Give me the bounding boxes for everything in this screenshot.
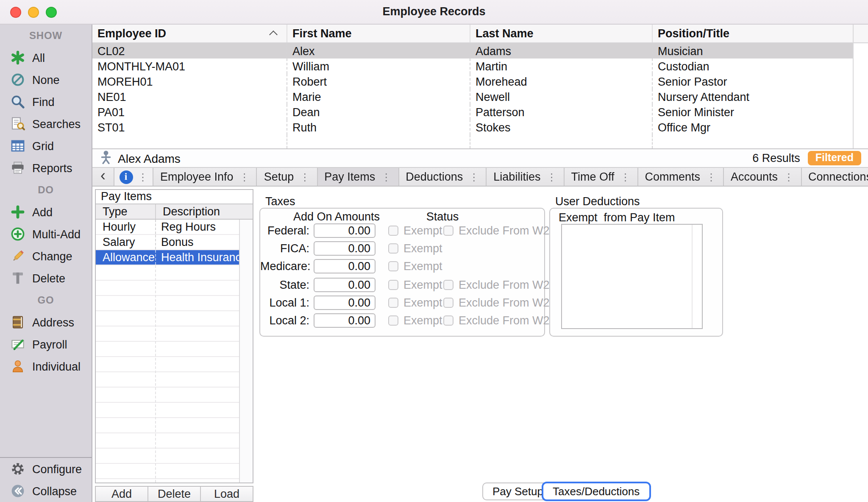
tab-label: Deductions <box>406 170 463 183</box>
local-1-exclude-from-w2-checkbox[interactable] <box>443 298 453 308</box>
pay-item-row[interactable]: Salary Bonus <box>96 235 239 250</box>
sidebar-item-none[interactable]: None <box>0 69 92 91</box>
column-header-last-name[interactable]: Last Name <box>470 25 653 42</box>
cell-last-name: Martin <box>470 59 653 74</box>
delete-pay-item-button[interactable]: Delete <box>148 487 201 501</box>
table-row[interactable]: CL02 Alex Adams Musician <box>92 43 853 59</box>
local-2-exempt-checkbox[interactable] <box>388 315 398 326</box>
federal-exclude-from-w2-label: Exclude From W2 <box>459 224 550 237</box>
cell-type: Allowance <box>96 250 156 265</box>
local-1-amount-input[interactable] <box>314 296 376 310</box>
cell-first-name: Dean <box>287 104 470 120</box>
sidebar-item-searches[interactable]: Searches <box>0 113 92 135</box>
exempt-from-pay-item-list[interactable] <box>561 224 703 329</box>
pay-item-row[interactable]: Hourly Reg Hours <box>96 220 239 235</box>
sidebar-item-payroll[interactable]: Payroll <box>0 333 92 355</box>
tab-menu-dots-icon[interactable]: ⋮ <box>706 171 716 183</box>
table-row[interactable]: NE01 Marie Newell Nursery Attendant <box>92 89 853 104</box>
zoom-button[interactable] <box>46 7 57 18</box>
sidebar-item-add[interactable]: Add <box>0 201 92 223</box>
pay-items-scrollbar[interactable] <box>239 220 253 482</box>
cell-employee-id: CL02 <box>92 43 287 59</box>
magnifier-icon <box>10 94 25 109</box>
sidebar-item-find[interactable]: Find <box>0 91 92 113</box>
tab-setup[interactable]: Setup ⋮ <box>257 168 318 186</box>
table-row[interactable]: PA01 Dean Patterson Senior Minister <box>92 104 853 120</box>
vertical-scrollbar[interactable] <box>853 25 868 148</box>
state-exclude-from-w2-checkbox[interactable] <box>443 279 453 290</box>
close-button[interactable] <box>10 7 21 18</box>
column-header-description[interactable]: Description <box>156 205 253 218</box>
table-row[interactable]: ST01 Ruth Stokes Office Mgr <box>92 120 853 135</box>
sidebar-item-change[interactable]: Change <box>0 245 92 267</box>
minimize-button[interactable] <box>28 7 39 18</box>
grid-icon <box>10 138 25 153</box>
sidebar-item-label: Searches <box>32 117 81 130</box>
sidebar-item-grid[interactable]: Grid <box>0 135 92 157</box>
local-2-exclude-from-w2-checkbox[interactable] <box>443 315 453 326</box>
add-pay-item-button[interactable]: Add <box>96 487 148 501</box>
tab-info[interactable]: i ⋮ <box>114 168 153 186</box>
user-deductions-group-label: User Deductions <box>555 195 640 208</box>
cell-last-name: Morehead <box>470 74 653 89</box>
sidebar-item-all[interactable]: All <box>0 47 92 69</box>
tab-menu-dots-icon[interactable]: ⋮ <box>239 171 250 183</box>
federal-exclude-from-w2-checkbox[interactable] <box>443 225 453 235</box>
medicare-amount-input[interactable] <box>314 259 376 273</box>
state-label: State: <box>260 278 309 291</box>
column-header-position-title[interactable]: Position/Title <box>653 25 868 42</box>
sidebar-item-delete[interactable]: Delete <box>0 267 92 289</box>
tab-employee-info[interactable]: Employee Info ⋮ <box>153 168 257 186</box>
tab-connections[interactable]: Connections ⋮ <box>801 168 868 186</box>
federal-exempt-label: Exempt <box>403 224 442 237</box>
sidebar-item-collapse[interactable]: Collapse <box>0 480 92 502</box>
column-header-type[interactable]: Type <box>96 204 156 219</box>
table-row[interactable]: MONTHLY-MA01 William Martin Custodian <box>92 59 853 74</box>
sidebar-item-individual[interactable]: Individual <box>0 355 92 377</box>
sidebar-item-configure[interactable]: Configure <box>0 458 92 480</box>
federal-exempt-checkbox[interactable] <box>388 225 398 235</box>
tab-menu-dots-icon[interactable]: ⋮ <box>546 171 556 183</box>
federal-amount-input[interactable] <box>314 223 376 237</box>
local-1-label: Local 1: <box>260 296 309 309</box>
tab-pay-items[interactable]: Pay Items ⋮ <box>317 168 399 186</box>
employee-table-header: Employee ID First Name Last Name Positio… <box>92 25 868 43</box>
list-scrollbar[interactable] <box>692 225 702 328</box>
tab-menu-dots-icon[interactable]: ⋮ <box>784 171 794 183</box>
tab-accounts[interactable]: Accounts ⋮ <box>724 168 801 186</box>
local-1-exempt-checkbox[interactable] <box>388 298 398 308</box>
tab-comments[interactable]: Comments ⋮ <box>638 168 724 186</box>
filtered-badge[interactable]: Filtered <box>808 151 861 165</box>
pay-items-column-headers: Type Description <box>96 204 253 220</box>
taxes-deductions-button[interactable]: Taxes/Deductions <box>542 482 651 501</box>
tab-menu-dots-icon[interactable]: ⋮ <box>469 171 479 183</box>
column-header-label: Employee ID <box>97 27 166 40</box>
sidebar-item-multi-add[interactable]: Multi-Add <box>0 223 92 245</box>
fica-amount-input[interactable] <box>314 241 376 256</box>
state-exempt-checkbox[interactable] <box>388 279 398 290</box>
cell-first-name: Ruth <box>287 120 470 135</box>
column-header-employee-id[interactable]: Employee ID <box>92 25 287 42</box>
info-icon: i <box>119 170 133 184</box>
column-header-first-name[interactable]: First Name <box>287 25 470 42</box>
fica-exempt-checkbox[interactable] <box>388 243 398 254</box>
load-pay-item-button[interactable]: Load <box>201 487 253 501</box>
medicare-exempt-checkbox[interactable] <box>388 261 398 271</box>
tab-menu-dots-icon[interactable]: ⋮ <box>300 171 310 183</box>
tab-scroll-back-button[interactable]: ‹ <box>92 168 114 186</box>
cell-first-name: Robert <box>287 74 470 89</box>
pay-item-row[interactable]: Allowance Health Insurance <box>96 250 239 265</box>
column-header-label: First Name <box>292 27 352 40</box>
tab-menu-dots-icon[interactable]: ⋮ <box>620 171 630 183</box>
tab-liabilities[interactable]: Liabilities ⋮ <box>487 168 564 186</box>
cell-position-title: Senior Minister <box>653 104 853 120</box>
sidebar-item-address[interactable]: Address <box>0 311 92 333</box>
tab-time-off[interactable]: Time Off ⋮ <box>564 168 638 186</box>
tab-deductions[interactable]: Deductions ⋮ <box>399 168 487 186</box>
local-2-amount-input[interactable] <box>314 313 376 328</box>
table-row[interactable]: MOREH01 Robert Morehead Senior Pastor <box>92 74 853 89</box>
tab-menu-dots-icon[interactable]: ⋮ <box>381 171 391 183</box>
tab-menu-dots-icon[interactable]: ⋮ <box>138 171 148 183</box>
sidebar-item-reports[interactable]: Reports <box>0 157 92 179</box>
state-amount-input[interactable] <box>314 277 376 292</box>
